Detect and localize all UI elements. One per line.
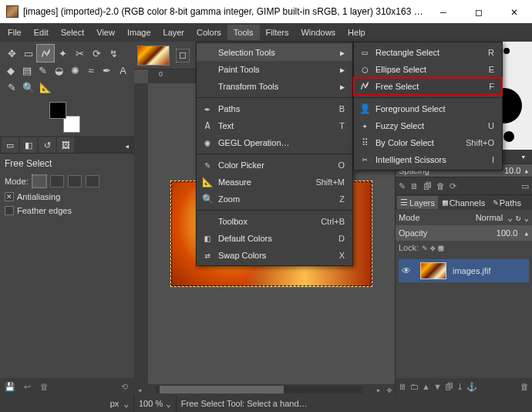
menu-view[interactable]: View	[90, 25, 121, 40]
delete-preset-icon[interactable]: 🗑	[37, 380, 51, 393]
horizontal-scrollbar[interactable]: ◂ ▸ ✥	[134, 384, 395, 395]
tab-paths[interactable]: ✎Paths	[490, 196, 524, 209]
menu-filters[interactable]: Filters	[260, 25, 295, 40]
menu-colors[interactable]: Colors	[190, 25, 227, 40]
new-group-icon[interactable]: 🗀	[410, 382, 419, 391]
selection-menu-ellipse-select[interactable]: ◯Ellipse SelectE	[354, 61, 502, 78]
menu-select[interactable]: Select	[55, 25, 91, 40]
crop-tool-icon[interactable]: ✂	[71, 45, 88, 62]
lock-position-icon[interactable]: ✥	[430, 243, 436, 253]
menu-windows[interactable]: Windows	[295, 25, 342, 40]
tools-menu-toolbox[interactable]: ToolboxCtrl+B	[197, 213, 352, 230]
restore-preset-icon[interactable]: ↩	[20, 380, 34, 393]
lock-pixels-icon[interactable]: ✎	[422, 243, 427, 253]
menu-edit[interactable]: Edit	[28, 25, 55, 40]
refresh-brushes-icon[interactable]: ⟳	[450, 181, 456, 191]
tab-channels[interactable]: ▦Channels	[439, 196, 488, 209]
paths-tool-icon[interactable]: ✒	[99, 62, 116, 79]
menu-layer[interactable]: Layer	[157, 25, 191, 40]
tools-menu-default-colors[interactable]: ◧Default ColorsD	[197, 230, 352, 247]
chevron-down-icon[interactable]: ⌄	[166, 399, 171, 409]
layer-opacity-row[interactable]: Opacity 100.0 ▴	[396, 225, 532, 241]
fuzzy-select-tool-icon[interactable]: ✦	[54, 45, 71, 62]
opacity-stepper-icon[interactable]: ▴	[524, 228, 529, 238]
scroll-left-icon[interactable]: ◂	[134, 384, 145, 395]
minimize-button[interactable]: —	[426, 0, 461, 23]
mode-subtract-button[interactable]	[68, 175, 82, 187]
tool-options-tab-icon[interactable]: ▭	[2, 137, 19, 153]
lower-layer-icon[interactable]: ▼	[433, 382, 442, 391]
maximize-button[interactable]: □	[461, 0, 497, 23]
canvas-nav-icon[interactable]: ✥	[384, 384, 395, 395]
tools-menu-selection-tools[interactable]: Selection Tools▶	[197, 44, 352, 61]
image-thumbnail[interactable]	[137, 46, 170, 66]
anchor-layer-icon[interactable]: ⚓	[466, 382, 477, 392]
selection-menu-fuzzy-select[interactable]: ✦Fuzzy SelectU	[354, 117, 502, 134]
free-select-tool-icon[interactable]: 🗲	[37, 45, 54, 62]
clone-tool-icon[interactable]: ✺	[67, 62, 83, 79]
selection-menu-rectangle-select[interactable]: ▭Rectangle SelectR	[354, 44, 502, 61]
measure-tool-icon[interactable]: 📐	[37, 79, 54, 96]
scroll-right-icon[interactable]: ▸	[373, 384, 384, 395]
device-status-tab-icon[interactable]: ◧	[20, 137, 37, 153]
selection-menu-intelligent-scissors[interactable]: ✂Intelligent ScissorsI	[354, 151, 502, 168]
lock-alpha-icon[interactable]: ▦	[439, 243, 444, 253]
tools-menu-text[interactable]: ATextT	[197, 117, 352, 134]
unit-selector[interactable]: px	[110, 399, 120, 408]
fg-bg-colors[interactable]	[49, 102, 80, 133]
menu-help[interactable]: Help	[342, 25, 372, 40]
bucket-fill-tool-icon[interactable]: ◆	[3, 62, 19, 79]
chevron-down-icon[interactable]: ⌄	[507, 213, 513, 223]
tools-menu-zoom[interactable]: 🔍ZoomZ	[197, 191, 352, 208]
pencil-tool-icon[interactable]: ✎	[35, 62, 52, 79]
duplicate-layer-icon[interactable]: 🗐	[445, 382, 453, 391]
delete-brush-icon[interactable]: 🗑	[436, 181, 445, 191]
fg-color-swatch[interactable]	[49, 102, 66, 119]
gradient-tool-icon[interactable]: ▤	[19, 62, 35, 79]
raise-layer-icon[interactable]: ▲	[422, 382, 430, 391]
duplicate-brush-icon[interactable]: 🗐	[423, 181, 432, 191]
layer-mode-row[interactable]: Mode Normal ⌄ ↻ ⌄	[396, 210, 532, 225]
antialiasing-checkbox[interactable]: ✕	[5, 192, 14, 201]
layer-thumbnail[interactable]	[420, 262, 446, 279]
history-tab-icon[interactable]: ↺	[39, 137, 56, 153]
mode-intersect-button[interactable]	[86, 175, 99, 187]
new-layer-icon[interactable]: 🗎	[399, 382, 407, 391]
merge-down-icon[interactable]: ⤓	[456, 382, 463, 392]
warp-tool-icon[interactable]: ↯	[105, 45, 122, 62]
spacing-stepper-icon[interactable]: ▴	[524, 166, 529, 176]
move-tool-icon[interactable]: ✥	[3, 45, 20, 62]
tools-menu-gegl-operation-[interactable]: ◉GEGL Operation…	[197, 134, 352, 151]
zoom-value[interactable]: 100 %	[139, 399, 163, 408]
chevron-down-icon[interactable]: ⌄	[524, 213, 529, 223]
open-as-image-icon[interactable]: ▭	[521, 181, 529, 191]
layer-row[interactable]: 👁 images.jfif	[399, 259, 529, 282]
selection-menu-foreground-select[interactable]: 👤Foreground Select	[354, 100, 502, 117]
selection-menu-by-color-select[interactable]: ⠿By Color SelectShift+O	[354, 134, 502, 151]
color-picker-tool-icon[interactable]: ✎	[3, 79, 20, 96]
tools-menu-paths[interactable]: ✒PathsB	[197, 100, 352, 117]
delete-layer-icon[interactable]: 🗑	[520, 382, 529, 391]
tools-menu-measure[interactable]: 📐MeasureShift+M	[197, 174, 352, 191]
chevron-down-icon[interactable]: ⌄	[123, 399, 129, 409]
menu-image[interactable]: Image	[121, 25, 157, 40]
text-tool-icon[interactable]: A	[115, 62, 131, 79]
eraser-tool-icon[interactable]: ◒	[51, 62, 67, 79]
scroll-thumb[interactable]	[160, 386, 284, 393]
selection-menu-free-select[interactable]: 🗲Free SelectF	[354, 78, 502, 95]
mode-add-button[interactable]	[50, 175, 64, 187]
chevron-down-icon[interactable]: ▾	[517, 152, 529, 162]
tools-menu-swap-colors[interactable]: ⇄Swap ColorsX	[197, 247, 352, 264]
mode-switch-icon[interactable]: ↻	[516, 213, 521, 223]
navigation-thumbnail[interactable]	[176, 49, 190, 62]
mode-replace-button[interactable]	[32, 175, 46, 187]
vertical-ruler[interactable]	[134, 83, 148, 384]
transform-tool-icon[interactable]: ⟳	[88, 45, 105, 62]
dock-menu-arrow-icon[interactable]: ◂	[120, 140, 134, 153]
feather-checkbox[interactable]	[5, 206, 14, 215]
tools-menu-paint-tools[interactable]: Paint Tools▶	[197, 61, 352, 78]
zoom-tool-icon[interactable]: 🔍	[20, 79, 37, 96]
rectangle-select-tool-icon[interactable]: ▭	[20, 45, 37, 62]
tools-menu-color-picker[interactable]: ✎Color PickerO	[197, 157, 352, 174]
visibility-eye-icon[interactable]: 👁	[402, 265, 414, 276]
